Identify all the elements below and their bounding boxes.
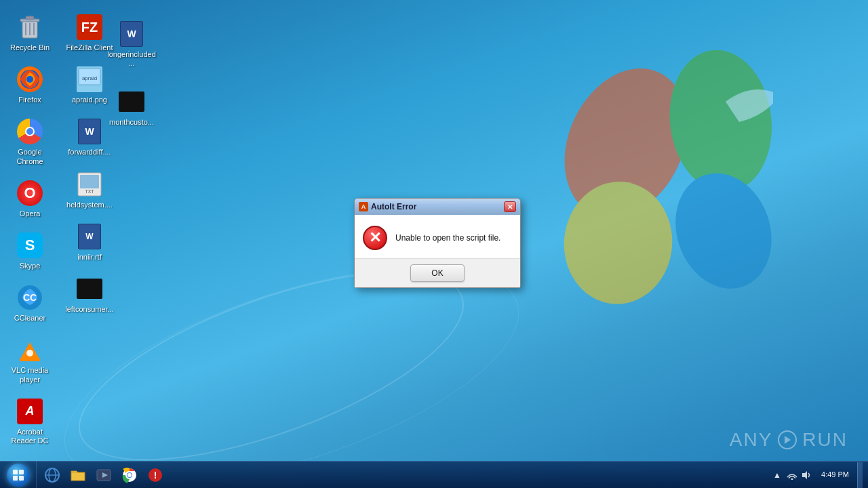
firefox-icon [16,66,43,93]
svg-point-3 [671,171,773,291]
svg-point-38 [127,473,132,477]
anyrun-text: ANY [730,429,773,451]
taskbar: ! ▲ 4:49 PM [0,461,868,488]
forwarddiff-icon: W [76,118,103,145]
chrome-icon [16,118,43,145]
apraid-label: apraid.png [72,96,107,104]
svg-text:!: ! [154,470,157,481]
desktop-icon-opera[interactable]: O Opera [3,176,57,222]
longerincluded-icon: W [118,20,145,47]
show-desktop-button[interactable] [857,462,863,488]
leftconsumer-icon [76,275,103,302]
svg-point-41 [791,478,793,480]
taskbar-media-icon[interactable] [92,463,116,487]
svg-text:FZ: FZ [81,20,98,35]
dialog-title-left: A AutoIt Error [359,202,416,211]
svg-point-1 [664,47,773,195]
forwarddiff-label: forwarddiff.... [68,148,111,157]
apraid-icon: PNG apraid [76,66,103,93]
system-clock[interactable]: 4:49 PM [816,470,854,480]
svg-rect-24 [80,175,99,188]
firefox-label: Firefox [18,96,41,104]
desktop-icons-area: Recycle Bin Firefox [0,7,115,461]
anyrun-play-icon [778,430,797,449]
recycle-bin-label: Recycle Bin [10,43,50,52]
skype-label: Skype [20,262,41,270]
taskbar-folder-icon[interactable] [66,463,90,487]
svg-point-11 [26,76,33,83]
acrobat-icon: A [16,398,43,425]
desktop-icon-longerincluded[interactable]: W longerincluded... [104,16,159,72]
vlc-icon [16,336,43,363]
svg-rect-6 [26,16,34,20]
taskbar-chrome-icon[interactable] [117,463,142,487]
autoit-error-dialog: A AutoIt Error ✕ ✕ Unable to open the sc… [354,198,521,288]
svg-rect-27 [13,470,18,474]
vlc-label: VLC media player [5,366,54,384]
opera-label: Opera [20,209,41,218]
desktop-icon-firefox[interactable]: Firefox [3,62,57,108]
svg-point-0 [555,64,696,223]
opera-icon: O [16,180,43,207]
desktop-icon-vlc[interactable]: VLC media player [3,332,57,388]
svg-rect-28 [19,470,24,474]
heldsystem-icon: TXT [76,171,103,198]
acrobat-label: Acrobat Reader DC [5,428,54,445]
error-icon: ✕ [363,226,387,250]
svg-point-2 [559,177,677,308]
dialog-titlebar[interactable]: A AutoIt Error ✕ [355,199,520,215]
autoit-title-icon: A [359,202,368,211]
dialog-title-text: AutoIt Error [371,202,416,211]
taskbar-ie-icon[interactable] [40,463,64,487]
leftconsumer-label: leftconsumer... [65,305,114,314]
windows-logo [515,20,773,400]
dialog-message-text: Unable to open the script file. [395,232,512,244]
svg-marker-26 [785,436,791,444]
start-orb [7,464,30,487]
ccleaner-icon: CC [16,284,43,311]
filezilla-icon: FZ [76,14,103,41]
dialog-footer: OK [355,258,520,287]
error-circle-icon: ✕ [363,226,387,250]
dialog-close-button[interactable]: ✕ [504,201,516,212]
recycle-bin-icon [16,14,43,41]
monthcusto-icon [118,88,145,115]
desktop-icon-chrome[interactable]: Google Chrome [3,114,57,169]
dialog-body: ✕ Unable to open the script file. [355,215,520,258]
tray-volume-icon[interactable] [801,469,813,481]
inniir-label: inniir.rtf [77,253,101,262]
heldsystem-label: heldsystem.... [66,201,113,209]
ccleaner-label: CCleaner [14,314,45,323]
svg-marker-42 [802,471,807,479]
desktop-icon-skype[interactable]: S Skype [3,228,57,274]
anyrun-text2: RUN [802,429,848,451]
taskbar-items: ! [37,462,766,488]
desktop-icon-acrobat[interactable]: A Acrobat Reader DC [3,394,57,449]
desktop-icon-monthcusto[interactable]: monthcusto... [104,84,159,131]
desktop-icon-ccleaner[interactable]: CC CCleaner [3,280,57,327]
start-button[interactable] [0,462,37,489]
svg-text:apraid: apraid [82,75,97,81]
svg-text:CC: CC [23,292,37,303]
desktop: Recycle Bin Firefox [0,0,868,488]
anyrun-watermark: ANY RUN [730,429,848,451]
svg-rect-15 [20,359,40,361]
skype-icon: S [16,232,43,259]
desktop-icon-recycle-bin[interactable]: Recycle Bin [3,9,57,56]
desktop-icon-heldsystem[interactable]: TXT heldsystem.... [62,167,117,214]
svg-rect-29 [13,476,18,481]
dialog-ok-button[interactable]: OK [410,264,465,282]
chrome-label: Google Chrome [5,148,54,165]
system-tray: ▲ 4:49 PM [766,462,868,488]
longerincluded-label: longerincluded... [107,50,156,68]
desktop-icon-inniir[interactable]: W inniir.rtf [62,219,117,266]
svg-point-16 [26,350,33,357]
inniir-icon: W [76,223,103,250]
monthcusto-label: monthcusto... [109,118,154,127]
tray-expand-icon[interactable]: ▲ [771,469,783,481]
desktop-icon-leftconsumer[interactable]: leftconsumer... [62,271,117,318]
svg-rect-30 [19,476,24,481]
svg-text:TXT: TXT [85,189,94,194]
tray-network-icon[interactable] [786,469,798,481]
taskbar-warning-icon[interactable]: ! [143,463,167,487]
